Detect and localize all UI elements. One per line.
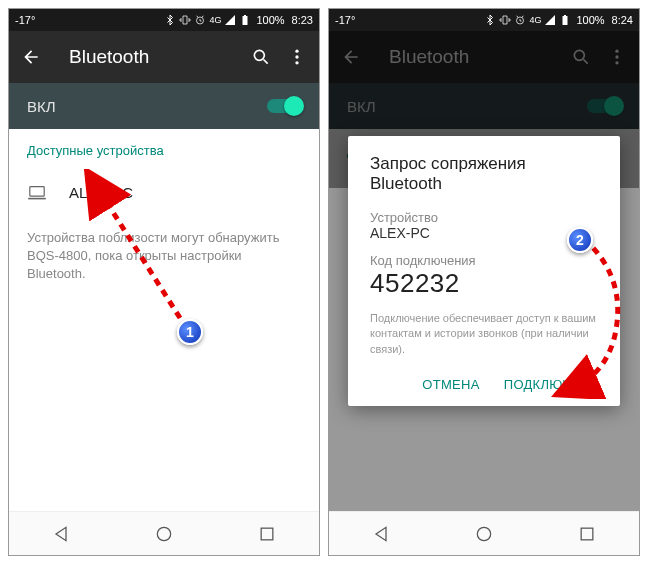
dialog-code-label: Код подключения [370,253,598,268]
svg-rect-1 [243,16,248,25]
search-icon[interactable] [251,47,271,67]
dialog-info-text: Подключение обеспечивает доступ к вашим … [370,311,598,357]
nav-home-icon[interactable] [474,524,494,544]
signal-icon [224,14,236,26]
network-type-label: 4G [529,15,541,25]
back-icon[interactable] [21,47,41,67]
pairing-dialog: Запрос сопряжения Bluetooth Устройство A… [348,136,620,406]
page-title: Bluetooth [69,46,235,68]
signal-icon [544,14,556,26]
svg-rect-7 [30,186,44,196]
temperature-indicator: -17° [335,14,355,26]
status-bar: -17° 4G 100% 8:24 [329,9,639,31]
callout-badge-2: 2 [567,227,593,253]
pair-button[interactable]: ПОДКЛЮЧИТЬ [504,377,598,392]
overflow-menu-icon[interactable] [287,47,307,67]
device-item[interactable]: ALEX-PC [27,174,301,211]
svg-point-5 [295,55,298,58]
nav-back-icon[interactable] [51,524,71,544]
callout-badge-1: 1 [177,319,203,345]
dialog-overlay: Запрос сопряжения Bluetooth Устройство A… [329,31,639,511]
vibration-icon [499,14,511,26]
svg-rect-2 [244,15,246,16]
alarm-icon [194,14,206,26]
battery-percent: 100% [256,14,284,26]
bluetooth-switch[interactable] [267,99,301,113]
navigation-bar [329,511,639,555]
alarm-icon [514,14,526,26]
vibration-icon [179,14,191,26]
nav-home-icon[interactable] [154,524,174,544]
pairing-code: 452232 [370,268,598,299]
dialog-title: Запрос сопряжения Bluetooth [370,154,598,194]
battery-percent: 100% [576,14,604,26]
bluetooth-icon [484,14,496,26]
battery-icon [239,14,251,26]
temperature-indicator: -17° [15,14,35,26]
app-bar: Bluetooth [9,31,319,83]
bluetooth-icon [164,14,176,26]
svg-point-4 [295,50,298,53]
nav-recent-icon[interactable] [257,524,277,544]
navigation-bar [9,511,319,555]
svg-point-3 [254,50,264,60]
phone-screen-right: -17° 4G 100% 8:24 Bluetooth ВКЛ Доступны… [328,8,640,556]
dialog-device-name: ALEX-PC [370,225,598,241]
clock: 8:23 [292,14,313,26]
nav-back-icon[interactable] [371,524,391,544]
svg-rect-12 [564,15,566,16]
clock: 8:24 [612,14,633,26]
network-type-label: 4G [209,15,221,25]
svg-point-6 [295,61,298,64]
nav-recent-icon[interactable] [577,524,597,544]
visibility-info-text: Устройства поблизости могут обнаружить B… [27,229,301,284]
device-name: ALEX-PC [69,184,133,201]
svg-rect-9 [261,528,273,540]
cancel-button[interactable]: ОТМЕНА [422,377,479,392]
status-bar: -17° 4G 100% 8:23 [9,9,319,31]
toggle-label: ВКЛ [27,98,267,115]
laptop-icon [27,185,47,201]
phone-screen-left: -17° 4G 100% 8:23 Bluetooth ВКЛ Доступны… [8,8,320,556]
svg-point-8 [157,527,170,540]
available-devices-header: Доступные устройства [27,143,301,158]
dialog-device-label: Устройство [370,210,598,225]
svg-point-17 [477,527,490,540]
bluetooth-toggle-row[interactable]: ВКЛ [9,83,319,129]
battery-icon [559,14,571,26]
svg-rect-18 [581,528,593,540]
svg-rect-11 [563,16,568,25]
